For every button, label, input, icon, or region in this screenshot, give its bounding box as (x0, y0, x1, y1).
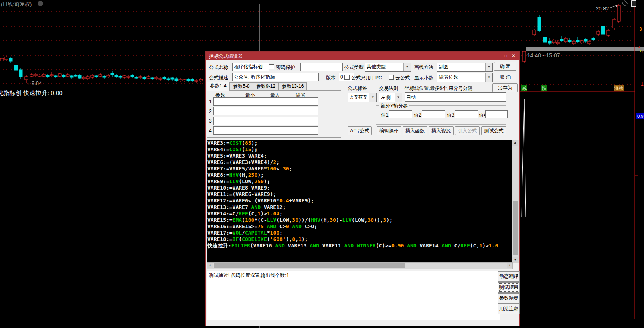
candle (14, 65, 18, 70)
chevron-down-icon[interactable]: ⌄ (38, 1, 43, 6)
badge-die[interactable]: 跌 (541, 85, 547, 91)
param-input-r1c2[interactable] (243, 97, 268, 106)
scroll-up-icon[interactable]: ▲ (512, 140, 518, 146)
code-line: VARE8:=HHV(H,250); (207, 172, 512, 178)
edit-ops-button[interactable]: 编辑操作 (377, 126, 401, 135)
password-input[interactable] (300, 63, 343, 71)
param-input-r3c2[interactable] (243, 117, 268, 125)
tab-param-9-12[interactable]: 参数9-12 (253, 82, 279, 90)
candle (70, 76, 73, 77)
combo-arrow-icon[interactable]: ▼ (395, 93, 402, 102)
save-as-button[interactable]: 另存为 (492, 83, 518, 92)
cancel-button[interactable]: 取 消 (494, 73, 516, 81)
password-protect-checkbox[interactable] (269, 64, 274, 69)
param-input-r1c1[interactable] (213, 97, 243, 106)
param-input-r2c4[interactable] (293, 107, 318, 115)
ok-button[interactable]: 确 定 (494, 62, 516, 71)
usage-note-button[interactable]: 用法注释 (498, 304, 520, 314)
tab-param-13-16[interactable]: 参数13-16 (279, 82, 307, 90)
param-input-r1c3[interactable] (268, 97, 293, 106)
test-result-button[interactable]: 测试结果 (498, 282, 520, 293)
candle (568, 40, 571, 42)
param-input-r3c4[interactable] (293, 117, 318, 125)
combo-arrow-icon[interactable]: ▼ (485, 73, 492, 82)
trade-rule-value: 左侧 (381, 93, 391, 102)
dialog-titlebar[interactable]: 指标公式编辑器 □ ✕ (206, 52, 519, 60)
candle (115, 75, 118, 77)
code-line: VARE12:=VARE6< (VARE10*0.4+VARE9); (207, 198, 512, 204)
formula-name-input[interactable]: 程序化指标创 (232, 63, 269, 71)
combo-arrow-icon[interactable]: ▼ (485, 63, 492, 71)
param-input-r3c3[interactable] (268, 117, 293, 125)
formula-type-combo[interactable]: 其他类型 ▼ (365, 63, 411, 72)
draw-method-combo[interactable]: 副图 ▼ (437, 63, 493, 72)
param-panel: 参数最小最大缺省1234 (207, 90, 341, 138)
candle (183, 80, 186, 81)
vscroll-thumb[interactable] (513, 201, 518, 255)
y3-input[interactable] (455, 110, 478, 118)
coordinate-input[interactable]: 自动 (405, 92, 506, 102)
decimal-combo[interactable]: 缺省位数 ▼ (437, 73, 493, 82)
candle (522, 51, 526, 61)
combo-arrow-icon[interactable]: ▼ (403, 63, 411, 71)
badge-jian[interactable]: 减 (521, 85, 527, 91)
candle (159, 78, 162, 79)
maximize-icon[interactable]: □ (502, 53, 509, 59)
code-editor[interactable]: VARE3:=COST(85);VARE4:=COST(15);VARE5:=V… (207, 140, 513, 263)
ai-write-button[interactable]: AI写公式 (348, 126, 372, 135)
formula-tag-combo[interactable]: 金叉死叉 ▼ (348, 93, 377, 102)
cloud-formula-checkbox[interactable] (389, 75, 394, 80)
param-input-r4c1[interactable] (213, 126, 243, 135)
formula-type-label: 公式类型 (344, 64, 364, 71)
candle (46, 75, 49, 77)
candle (58, 74, 61, 76)
badge-zhangbang[interactable]: 涨榜 (614, 85, 624, 91)
y4-input[interactable] (485, 110, 508, 118)
combo-arrow-icon[interactable]: ▼ (369, 93, 376, 102)
code-line: 快速拉升:FILTER(VARE16 AND VARE13 AND VARE11… (207, 243, 512, 249)
scroll-down-icon[interactable]: ▼ (512, 257, 518, 263)
y2-input[interactable] (422, 110, 445, 118)
tab-param-1-4[interactable]: 参数1-4 (207, 82, 230, 91)
code-vscrollbar[interactable]: ▲ ▼ (512, 140, 519, 263)
param-input-r4c4[interactable] (293, 126, 318, 135)
candle (155, 77, 158, 79)
code-line: VARE10:=VARE8-VARE9; (207, 185, 512, 191)
test-formula-button[interactable]: 测试公式 (481, 126, 506, 135)
candle (123, 76, 126, 77)
price-range-label: 14.40 - 15.07 (527, 52, 560, 59)
candle (143, 77, 146, 79)
dialog-title: 指标公式编辑器 (209, 53, 243, 60)
param-input-r2c2[interactable] (243, 107, 268, 115)
param-wizard-button[interactable]: 参数精灵 (498, 293, 520, 304)
scroll-left-icon[interactable]: ‹ (207, 263, 213, 268)
param-input-r4c2[interactable] (243, 126, 268, 135)
price-arrow-label: ←9.84 (26, 80, 42, 86)
candle (584, 39, 587, 41)
param-input-r3c1[interactable] (213, 117, 243, 125)
candle (19, 70, 22, 77)
param-input-r1c4[interactable] (293, 97, 318, 106)
device-icon[interactable] (631, 0, 636, 7)
code-line: VARE17:=VOL/CAPITAL*100; (207, 230, 512, 236)
hscroll-thumb[interactable] (214, 263, 405, 268)
y1-input[interactable] (389, 110, 412, 118)
insert-res-button[interactable]: 插入资源 (429, 126, 454, 135)
scroll-right-icon[interactable]: › (507, 263, 512, 268)
param-input-r2c3[interactable] (268, 107, 293, 115)
trade-rule-combo[interactable]: 左侧 ▼ (379, 93, 402, 102)
code-hscrollbar[interactable]: ‹ › (207, 262, 513, 269)
candle (78, 75, 81, 78)
app-screen: (日线:前复权) ⌄ 20.82 14.40 - 15.07 ←9.84 化指标… (0, 0, 644, 328)
candle (66, 75, 69, 76)
param-input-r2c1[interactable] (213, 107, 243, 115)
dynamic-translate-button[interactable]: 动态翻译 (498, 271, 520, 282)
formula-desc-input[interactable]: 公众号: 程序化指标 (232, 73, 319, 81)
coordinate-label: 坐标线位置,最多6个,用分号分隔 (405, 85, 472, 92)
tab-param-5-8[interactable]: 参数5-8 (230, 82, 253, 90)
param-input-r4c3[interactable] (268, 126, 293, 135)
close-icon[interactable]: ✕ (510, 53, 517, 59)
candle (564, 38, 567, 42)
insert-func-button[interactable]: 插入函数 (403, 126, 427, 135)
pc-only-checkbox[interactable] (344, 75, 350, 80)
